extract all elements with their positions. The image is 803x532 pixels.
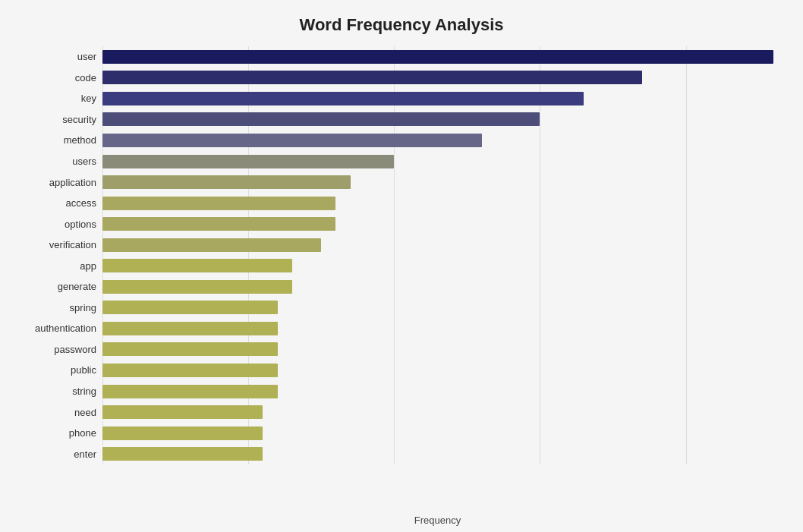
bar-row <box>102 195 788 212</box>
y-label: need <box>15 408 96 417</box>
y-label: string <box>15 386 96 396</box>
bar-row <box>102 69 788 86</box>
y-label: application <box>15 178 96 187</box>
y-label: password <box>15 345 96 354</box>
bar <box>102 134 482 147</box>
bar-row <box>102 425 788 442</box>
chart-area: usercodekeysecuritymethodusersapplicatio… <box>15 46 788 464</box>
y-label: users <box>15 156 96 166</box>
y-label: authentication <box>15 323 96 333</box>
y-label: user <box>15 52 96 61</box>
bars-wrapper <box>102 46 788 464</box>
bar-row <box>102 237 788 253</box>
x-axis-label: Frequency <box>414 515 461 526</box>
bar-row <box>102 362 788 379</box>
bar <box>102 342 278 356</box>
bar <box>102 71 642 84</box>
y-label: generate <box>15 282 96 291</box>
y-label: verification <box>15 240 96 250</box>
bar <box>102 112 540 126</box>
bar-row <box>102 279 788 295</box>
bar <box>102 301 278 314</box>
bar <box>102 427 263 440</box>
y-label: phone <box>15 428 96 438</box>
chart-container: Word Frequency Analysis usercodekeysecur… <box>0 0 803 532</box>
bar-row <box>102 299 788 316</box>
bar <box>102 155 394 168</box>
bar <box>102 447 263 461</box>
bar <box>102 259 292 272</box>
bar <box>102 175 351 189</box>
y-labels: usercodekeysecuritymethodusersapplicatio… <box>15 46 102 464</box>
bar <box>102 322 278 335</box>
bar <box>102 280 292 294</box>
y-label: spring <box>15 303 96 313</box>
y-label: options <box>15 219 96 229</box>
bar <box>102 364 278 377</box>
bar-row <box>102 257 788 274</box>
chart-title: Word Frequency Analysis <box>15 8 788 46</box>
bar <box>102 217 335 231</box>
bar <box>102 405 263 419</box>
y-label: code <box>15 73 96 83</box>
bar-row <box>102 383 788 400</box>
bar <box>102 50 773 64</box>
bar <box>102 238 321 252</box>
bar-row <box>102 341 788 357</box>
y-label: app <box>15 261 96 271</box>
y-label: key <box>15 93 96 103</box>
bars-and-grid <box>102 46 788 464</box>
bar-row <box>102 404 788 420</box>
y-label: method <box>15 135 96 145</box>
bar-row <box>102 132 788 149</box>
bar-row <box>102 174 788 190</box>
bar <box>102 92 584 105</box>
bar-row <box>102 90 788 107</box>
bar <box>102 197 335 210</box>
bar-row <box>102 320 788 337</box>
y-label: public <box>15 365 96 375</box>
bar-row <box>102 49 788 65</box>
bar-row <box>102 445 788 462</box>
bar-row <box>102 216 788 232</box>
bar <box>102 385 278 398</box>
y-label: security <box>15 115 96 124</box>
y-label: access <box>15 198 96 208</box>
y-label: enter <box>15 449 96 459</box>
bar-row <box>102 111 788 127</box>
bar-row <box>102 153 788 170</box>
